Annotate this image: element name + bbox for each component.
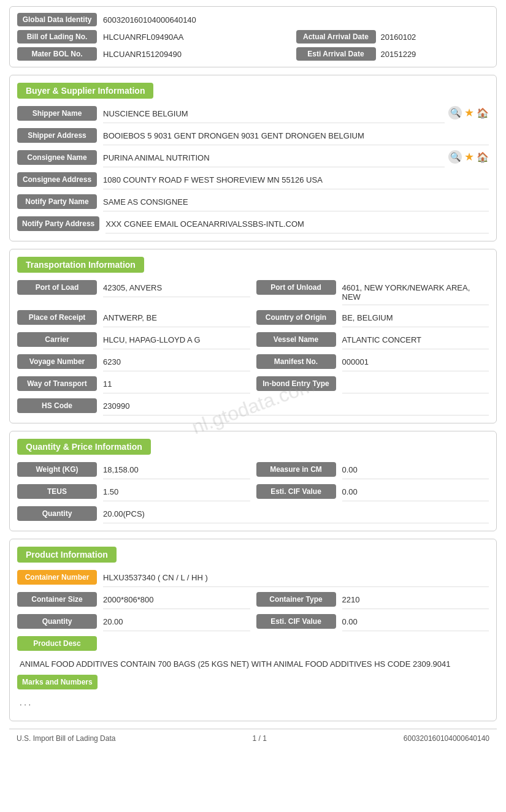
manifest-value: 000001 <box>342 354 489 371</box>
global-data-value: 600320160104000640140 <box>103 15 489 25</box>
carrier-label: Carrier <box>17 332 97 347</box>
mater-bol-label: Mater BOL No. <box>17 47 97 61</box>
buyer-supplier-card: Buyer & Supplier Information Shipper Nam… <box>9 75 497 241</box>
shipper-star-icon[interactable]: ★ <box>464 106 474 120</box>
mater-bol-value: HLCUANR151209490 <box>103 50 296 59</box>
container-type-group: Container Type 2210 <box>256 592 489 609</box>
manifest-group: Manifest No. 000001 <box>256 354 489 371</box>
container-size-group: Container Size 2000*806*800 <box>17 592 250 609</box>
in-bond-group: In-bond Entry Type <box>256 376 489 393</box>
qp-quantity-value: 20.00(PCS) <box>103 506 489 523</box>
top-card: Global Data Identity 6003201601040006401… <box>9 6 497 67</box>
actual-arrival-label: Actual Arrival Date <box>296 30 376 44</box>
cif-value: 0.00 <box>342 484 489 501</box>
notify-party-address-row: Notify Party Address XXX CGNEE EMAIL OCE… <box>17 216 489 233</box>
way-transport-label: Way of Transport <box>17 376 97 391</box>
footer-left: U.S. Import Bill of Lading Data <box>17 734 115 743</box>
place-receipt-value: ANTWERP, BE <box>103 310 250 327</box>
measure-group: Measure in CM 0.00 <box>256 462 489 479</box>
teus-label: TEUS <box>17 484 97 499</box>
shipper-name-row: Shipper Name NUSCIENCE BELGIUM 🔍 ★ 🏠 <box>17 106 489 123</box>
marks-row: Marks and Numbers <box>17 675 489 689</box>
port-load-value: 42305, ANVERS <box>103 280 250 297</box>
consignee-address-label: Consignee Address <box>17 172 97 187</box>
shipper-search-icon[interactable]: 🔍 <box>448 106 462 120</box>
notify-party-name-label: Notify Party Name <box>17 194 97 209</box>
global-data-label: Global Data Identity <box>17 13 97 26</box>
in-bond-value <box>342 376 489 393</box>
esti-arrival-label: Esti Arrival Date <box>296 47 376 61</box>
hs-code-value: 230990 <box>103 398 489 415</box>
way-transport-group: Way of Transport 11 <box>17 376 250 393</box>
pi-quantity-label: Quantity <box>17 614 97 629</box>
consignee-search-icon[interactable]: 🔍 <box>448 150 462 164</box>
transportation-card: Transportation Information Port of Load … <box>9 249 497 423</box>
transportation-title: Transportation Information <box>17 257 144 273</box>
pi-cif-label: Esti. CIF Value <box>256 614 336 629</box>
voyage-label: Voyage Number <box>17 354 97 369</box>
port-load-label: Port of Load <box>17 280 97 295</box>
bol-row: Bill of Lading No. HLCUANRFL09490AA Actu… <box>17 30 489 44</box>
weight-measure-row: Weight (KG) 18,158.00 Measure in CM 0.00 <box>17 462 489 479</box>
marks-label: Marks and Numbers <box>17 675 98 689</box>
consignee-address-row: Consignee Address 1080 COUNTY ROAD F WES… <box>17 172 489 189</box>
consignee-home-icon[interactable]: 🏠 <box>477 151 489 163</box>
product-desc-row: Product Desc <box>17 636 489 651</box>
voyage-manifest-row: Voyage Number 6230 Manifest No. 000001 <box>17 354 489 371</box>
container-type-value: 2210 <box>342 592 489 609</box>
shipper-address-label: Shipper Address <box>17 128 97 143</box>
way-transport-value: 11 <box>103 376 250 393</box>
container-size-type-row: Container Size 2000*806*800 Container Ty… <box>17 592 489 609</box>
notify-party-name-value: SAME AS CONSIGNEE <box>103 194 489 211</box>
place-receipt-label: Place of Receipt <box>17 310 97 325</box>
shipper-home-icon[interactable]: 🏠 <box>477 107 489 119</box>
carrier-value: HLCU, HAPAG-LLOYD A G <box>103 332 250 349</box>
qp-quantity-label: Quantity <box>17 506 97 521</box>
footer-right: 600320160104000640140 <box>404 734 489 743</box>
shipper-address-value: BOOIEBOS 5 9031 GENT DRONGEN 9031 GENT D… <box>103 128 489 145</box>
marks-value: . . . <box>17 694 489 713</box>
pi-cif-group: Esti. CIF Value 0.00 <box>256 614 489 631</box>
vessel-label: Vessel Name <box>256 332 336 347</box>
qp-quantity-row: Quantity 20.00(PCS) <box>17 506 489 523</box>
port-unload-label: Port of Unload <box>256 280 336 295</box>
port-unload-value: 4601, NEW YORK/NEWARK AREA, NEW <box>342 280 489 305</box>
container-number-row: Container Number HLXU3537340 ( CN / L / … <box>17 570 489 587</box>
manifest-label: Manifest No. <box>256 354 336 369</box>
measure-label: Measure in CM <box>256 462 336 477</box>
esti-arrival-group: Esti Arrival Date 20151229 <box>296 47 489 61</box>
footer: U.S. Import Bill of Lading Data 1 / 1 60… <box>9 729 497 748</box>
teus-cif-row: TEUS 1.50 Esti. CIF Value 0.00 <box>17 484 489 501</box>
weight-value: 18,158.00 <box>103 462 250 479</box>
product-desc-text: ANIMAL FOOD ADDITIVES CONTAIN 700 BAGS (… <box>17 656 489 675</box>
pi-quantity-cif-row: Quantity 20.00 Esti. CIF Value 0.00 <box>17 614 489 631</box>
page-wrapper: Global Data Identity 6003201601040006401… <box>0 0 506 812</box>
consignee-address-value: 1080 COUNTY ROAD F WEST SHOREVIEW MN 551… <box>103 172 489 189</box>
voyage-value: 6230 <box>103 354 250 371</box>
receipt-origin-row: Place of Receipt ANTWERP, BE Country of … <box>17 310 489 327</box>
actual-arrival-group: Actual Arrival Date 20160102 <box>296 30 489 44</box>
esti-arrival-value: 20151229 <box>381 50 489 59</box>
country-origin-value: BE, BELGIUM <box>342 310 489 327</box>
port-unload-group: Port of Unload 4601, NEW YORK/NEWARK ARE… <box>256 280 489 305</box>
global-data-row: Global Data Identity 6003201601040006401… <box>17 13 489 26</box>
cif-label: Esti. CIF Value <box>256 484 336 499</box>
consignee-star-icon[interactable]: ★ <box>464 150 474 164</box>
shipper-address-row: Shipper Address BOOIEBOS 5 9031 GENT DRO… <box>17 128 489 145</box>
container-number-value: HLXU3537340 ( CN / L / HH ) <box>103 570 489 587</box>
pi-quantity-group: Quantity 20.00 <box>17 614 250 631</box>
place-receipt-group: Place of Receipt ANTWERP, BE <box>17 310 250 327</box>
pi-cif-value: 0.00 <box>342 614 489 631</box>
port-load-group: Port of Load 42305, ANVERS <box>17 280 250 297</box>
pi-quantity-value: 20.00 <box>103 614 250 631</box>
country-origin-group: Country of Origin BE, BELGIUM <box>256 310 489 327</box>
container-number-label: Container Number <box>17 570 97 585</box>
hs-code-row: HS Code 230990 <box>17 398 489 415</box>
container-size-value: 2000*806*800 <box>103 592 250 609</box>
buyer-supplier-title: Buyer & Supplier Information <box>17 83 153 99</box>
vessel-group: Vessel Name ATLANTIC CONCERT <box>256 332 489 349</box>
vessel-value: ATLANTIC CONCERT <box>342 332 489 349</box>
product-desc-label: Product Desc <box>17 636 97 651</box>
product-info-title: Product Information <box>17 547 117 563</box>
carrier-vessel-row: Carrier HLCU, HAPAG-LLOYD A G Vessel Nam… <box>17 332 489 349</box>
